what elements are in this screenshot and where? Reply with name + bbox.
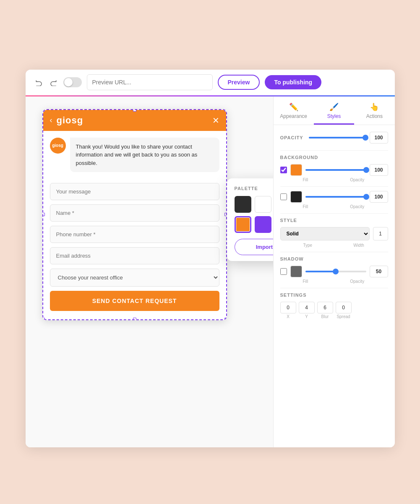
editor-window: Preview To publishing xyxy=(26,70,395,447)
handle-bottom-mid[interactable] xyxy=(133,318,136,320)
actions-tab-label: Actions xyxy=(366,113,383,119)
import-palette-button[interactable]: Import palette from your website xyxy=(235,239,273,255)
name-input[interactable] xyxy=(50,204,219,222)
email-input[interactable] xyxy=(50,247,219,264)
chat-form: Choose your nearest office SEND CONTACT … xyxy=(43,179,226,319)
settings-blur-col: 6 Blur xyxy=(317,302,333,319)
fill-sublabel-2: Fill xyxy=(303,204,308,209)
preview-toggle[interactable] xyxy=(63,77,82,87)
bg-opacity-slider[interactable] xyxy=(305,169,366,171)
handle-bottom-right[interactable] xyxy=(224,318,227,320)
shadow-checkbox[interactable] xyxy=(280,268,287,275)
palette-title: PALETTE xyxy=(235,186,273,191)
appearance-tab-label: Appearance xyxy=(280,113,307,119)
chat-bubble: Thank you! Would you like to share your … xyxy=(70,138,219,172)
settings-label: SETTINGS xyxy=(280,292,388,298)
palette-color-1[interactable] xyxy=(235,196,251,213)
chat-logo: giosg xyxy=(57,115,83,126)
preview-button[interactable]: Preview xyxy=(218,75,260,90)
handle-mid-left[interactable] xyxy=(42,213,45,216)
style-width-value: 1 xyxy=(373,227,388,240)
opacity-slider[interactable] xyxy=(309,137,365,138)
phone-input[interactable] xyxy=(50,226,219,243)
palette-color-7[interactable] xyxy=(235,216,251,233)
settings-x-label: X xyxy=(287,314,290,319)
canvas-area: ‹ giosg ✕ giosg Thank you! Would you lik… xyxy=(26,97,273,447)
settings-spread-label: Spread xyxy=(337,314,350,319)
panel-tabs: ✏️ Appearance 🖌️ Styles 👆 Actions xyxy=(274,97,395,125)
actions-icon: 👆 xyxy=(370,102,379,112)
handle-bottom-left[interactable] xyxy=(42,318,45,320)
bg-checkbox[interactable] xyxy=(280,167,287,173)
fill-swatch-2[interactable] xyxy=(290,191,302,203)
chat-header-left: ‹ giosg xyxy=(50,115,83,126)
bg-row: 100 xyxy=(280,164,388,176)
opacity-sublabel: Opacity xyxy=(350,178,364,182)
shadow-opacity-label: Opacity xyxy=(350,279,364,284)
shadow-color-swatch[interactable] xyxy=(290,266,302,277)
settings-y-label: Y xyxy=(305,314,308,319)
handle-top-mid[interactable] xyxy=(133,109,136,112)
message-input[interactable] xyxy=(50,183,219,200)
redo-button[interactable] xyxy=(48,77,58,87)
chat-header: ‹ giosg ✕ xyxy=(43,110,226,131)
type-label: Type xyxy=(303,243,313,248)
panel-content: OPACITY 100 BACKGROUND xyxy=(274,125,395,447)
avatar-text: giosg xyxy=(52,143,63,148)
opacity-value: 100 xyxy=(370,132,388,144)
undo-button[interactable] xyxy=(34,77,44,87)
fill-checkbox-2[interactable] xyxy=(280,193,287,200)
style-row: Solid 1 xyxy=(280,227,388,240)
settings-blur-label: Blur xyxy=(321,314,329,319)
style-type-select[interactable]: Solid xyxy=(280,227,370,240)
styles-tab-label: Styles xyxy=(327,113,341,119)
handle-mid-right[interactable] xyxy=(224,213,227,216)
shadow-opacity-value: 50 xyxy=(370,266,388,277)
settings-x-col: 0 X xyxy=(280,302,296,319)
settings-spread-value: 0 xyxy=(336,302,352,313)
fill-row-2: 100 xyxy=(280,191,388,203)
fill-slider-2[interactable] xyxy=(305,196,366,198)
style-section-label: STYLE xyxy=(280,218,388,223)
width-label: Width xyxy=(353,243,364,248)
main-area: ‹ giosg ✕ giosg Thank you! Would you lik… xyxy=(26,97,395,447)
chat-back-button[interactable]: ‹ xyxy=(50,116,52,125)
submit-button[interactable]: SEND CONTACT REQUEST xyxy=(50,291,219,311)
palette-colors: + xyxy=(235,196,273,233)
palette-popup: PALETTE + Import palette f xyxy=(227,178,273,261)
palette-color-8[interactable] xyxy=(255,216,271,233)
chat-widget: ‹ giosg ✕ giosg Thank you! Would you lik… xyxy=(42,109,227,321)
tab-actions[interactable]: 👆 Actions xyxy=(354,97,394,125)
settings-y-col: 4 Y xyxy=(299,302,315,319)
styles-icon: 🖌️ xyxy=(329,102,339,112)
shadow-row: 50 xyxy=(280,266,388,277)
handle-top-left[interactable] xyxy=(42,109,45,112)
opacity-label: OPACITY xyxy=(280,135,305,140)
opacity-row: OPACITY 100 xyxy=(280,132,388,144)
palette-color-2[interactable] xyxy=(255,196,271,213)
shadow-fill-label: Fill xyxy=(303,279,308,284)
chat-message-area: giosg Thank you! Would you like to share… xyxy=(43,131,226,179)
avatar: giosg xyxy=(50,138,66,154)
publishing-button[interactable]: To publishing xyxy=(265,75,321,89)
outer-background: Preview To publishing xyxy=(0,0,420,504)
preview-url-input[interactable] xyxy=(87,74,213,90)
bg-color-swatch[interactable] xyxy=(290,164,302,176)
tab-appearance[interactable]: ✏️ Appearance xyxy=(274,97,314,125)
settings-x-value: 0 xyxy=(280,302,296,313)
shadow-slider[interactable] xyxy=(305,271,366,272)
toolbar: Preview To publishing xyxy=(26,70,395,97)
settings-blur-value: 6 xyxy=(317,302,333,313)
chat-close-button[interactable]: ✕ xyxy=(212,115,219,125)
settings-y-value: 4 xyxy=(299,302,315,313)
background-label: BACKGROUND xyxy=(280,155,388,160)
fill-sublabel: Fill xyxy=(303,178,308,182)
handle-top-right[interactable] xyxy=(224,109,227,112)
bg-opacity-value: 100 xyxy=(370,164,388,176)
toolbar-icons xyxy=(34,77,58,87)
office-select[interactable]: Choose your nearest office xyxy=(50,269,219,287)
right-panel: ✏️ Appearance 🖌️ Styles 👆 Actions xyxy=(273,97,395,447)
tab-styles[interactable]: 🖌️ Styles xyxy=(314,97,354,125)
settings-spread-col: 0 Spread xyxy=(336,302,352,319)
fill-value-2: 100 xyxy=(370,191,388,203)
